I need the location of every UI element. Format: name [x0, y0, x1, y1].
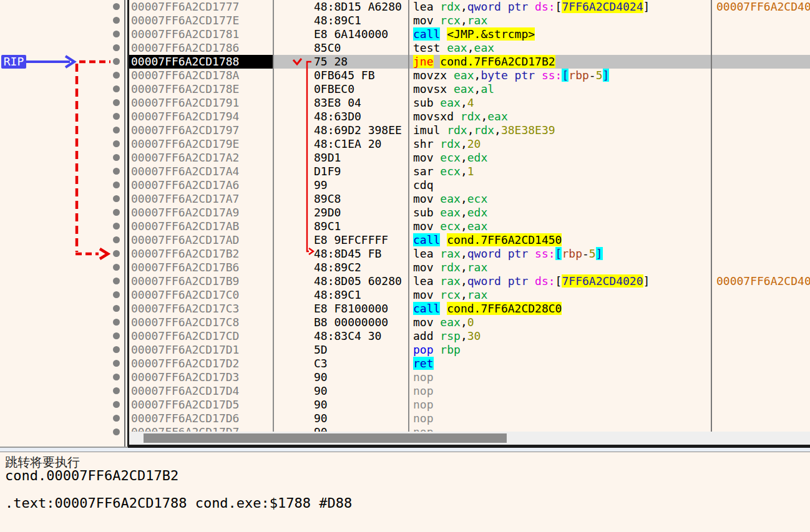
- disasm-row[interactable]: 00007FF6A2CD179183E8 04sub eax,4: [0, 96, 810, 110]
- breakpoint-dot[interactable]: [113, 85, 120, 92]
- instruction-token: rdx: [474, 123, 495, 137]
- disasm-row[interactable]: 00007FF6A2CD179E48:C1EA 20shr rdx,20: [0, 137, 810, 151]
- address-column-separator[interactable]: [273, 0, 274, 432]
- address-cell: 00007FF6A2CD17D6: [131, 412, 239, 425]
- instruction-token: ,: [461, 165, 467, 178]
- disasm-row[interactable]: 00007FF6A2CD17A289D1mov ecx,edx: [0, 151, 810, 165]
- instruction-token: 7FF6A2CD4020: [562, 274, 643, 288]
- disasm-row[interactable]: 00007FF6A2CD17A699cdq: [0, 178, 810, 192]
- disasm-row[interactable]: 00007FF6A2CD178875 28jne cond.7FF6A2CD17…: [0, 55, 810, 69]
- instruction-cell: imul rdx,rdx,38E38E39: [413, 123, 555, 137]
- breakpoint-dot[interactable]: [113, 127, 120, 133]
- breakpoint-dot[interactable]: [113, 319, 120, 326]
- bytes-cell: 0FB645 FB: [314, 69, 375, 82]
- breakpoint-dot[interactable]: [113, 278, 120, 284]
- instruction-cell: movzx eax,byte ptr ss:[rbp-5]: [413, 69, 609, 82]
- instruction-token: eax: [447, 41, 467, 54]
- disasm-row[interactable]: 00007FF6A2CD17B248:8D45 FBlea rax,qword …: [0, 247, 810, 261]
- instruction-token: ,: [461, 329, 467, 342]
- disasm-row[interactable]: 00007FF6A2CD17CD48:83C4 30add rsp,30: [0, 329, 810, 343]
- disasm-row[interactable]: 00007FF6A2CD17D2C3ret: [0, 357, 810, 370]
- breakpoint-dot[interactable]: [113, 44, 120, 51]
- breakpoint-dot[interactable]: [113, 374, 120, 380]
- instruction-token: nop: [413, 412, 434, 425]
- disasm-row[interactable]: 00007FF6A2CD17D15Dpop rbp: [0, 343, 810, 357]
- instruction-cell: add rsp,30: [413, 329, 481, 343]
- instruction-cell: call cond.7FF6A2CD1450: [413, 233, 562, 247]
- disasm-row[interactable]: 00007FF6A2CD17A4D1F9sar ecx,1: [0, 165, 810, 178]
- breakpoint-dot[interactable]: [113, 401, 120, 408]
- breakpoint-dot[interactable]: [113, 31, 120, 37]
- disasm-row[interactable]: 00007FF6A2CD17A789C8mov eax,ecx: [0, 192, 810, 206]
- breakpoint-dot[interactable]: [113, 387, 120, 394]
- disasm-row[interactable]: 00007FF6A2CD17D590nop: [0, 398, 810, 412]
- instruction-token: mov: [413, 151, 440, 164]
- comment-cell: 00007FF6A2CD40: [716, 274, 810, 288]
- disasm-row[interactable]: 00007FF6A2CD179748:69D2 398EEimul rdx,rd…: [0, 123, 810, 137]
- disasm-row[interactable]: 00007FF6A2CD17D690nop: [0, 412, 810, 425]
- breakpoint-dot[interactable]: [113, 332, 120, 339]
- comment-column-separator[interactable]: [711, 0, 712, 432]
- bytes-cell: 29D0: [314, 206, 341, 220]
- address-cell: 00007FF6A2CD1786: [131, 41, 239, 55]
- instruction-token: ,: [461, 247, 467, 260]
- disasm-row[interactable]: 00007FF6A2CD178E0FBEC0movsx eax,al: [0, 82, 810, 96]
- breakpoint-dot[interactable]: [113, 360, 120, 367]
- disasm-row[interactable]: 00007FF6A2CD17B648:89C2mov rdx,rax: [0, 261, 810, 274]
- disasm-row[interactable]: 00007FF6A2CD17D390nop: [0, 370, 810, 384]
- disasm-row[interactable]: 00007FF6A2CD17ADE8 9EFCFFFFcall cond.7FF…: [0, 233, 810, 247]
- horizontal-scrollbar[interactable]: [129, 432, 810, 445]
- breakpoint-dot[interactable]: [113, 17, 120, 24]
- disasm-row[interactable]: 00007FF6A2CD177E48:89C1mov rcx,rax: [0, 14, 810, 27]
- breakpoint-dot[interactable]: [113, 415, 120, 422]
- instruction-token: imul: [413, 123, 447, 137]
- instruction-token: ecx: [467, 192, 488, 205]
- address-cell: 00007FF6A2CD178E: [131, 82, 239, 96]
- disasm-row[interactable]: 00007FF6A2CD17B948:8D05 60280lea rax,qwo…: [0, 274, 810, 288]
- disasm-row[interactable]: 00007FF6A2CD178A0FB645 FBmovzx eax,byte …: [0, 69, 810, 82]
- breakpoint-dot[interactable]: [113, 154, 120, 161]
- bytes-cell: 48:8D15 A6280: [314, 0, 402, 14]
- breakpoint-dot[interactable]: [113, 291, 120, 298]
- breakpoint-dot[interactable]: [113, 209, 120, 216]
- breakpoint-dot[interactable]: [113, 236, 120, 243]
- address-cell: 00007FF6A2CD17A4: [131, 165, 239, 178]
- bytes-cell: B8 00000000: [314, 316, 388, 329]
- breakpoint-dot[interactable]: [113, 195, 120, 202]
- disasm-row[interactable]: 00007FF6A2CD17AB89C1mov ecx,eax: [0, 220, 810, 233]
- disasm-row[interactable]: 00007FF6A2CD178685C0test eax,eax: [0, 41, 810, 55]
- disasm-row[interactable]: 00007FF6A2CD17A929D0sub eax,edx: [0, 206, 810, 220]
- instruction-token: ]: [596, 247, 603, 260]
- breakpoint-dot[interactable]: [113, 58, 120, 65]
- disasm-row[interactable]: 00007FF6A2CD1781E8 6A140000call <JMP.&st…: [0, 27, 810, 41]
- instruction-token: [440, 302, 447, 315]
- breakpoint-dot[interactable]: [113, 250, 120, 257]
- disasm-row[interactable]: 00007FF6A2CD17D490nop: [0, 384, 810, 398]
- breakpoint-dot[interactable]: [113, 3, 120, 10]
- breakpoint-dot[interactable]: [113, 113, 120, 120]
- breakpoint-dot[interactable]: [113, 428, 120, 435]
- instruction-cell: call cond.7FF6A2CD28C0: [413, 302, 562, 316]
- breakpoint-dot[interactable]: [113, 346, 120, 353]
- address-cell: 00007FF6A2CD17A2: [131, 151, 239, 165]
- breakpoint-dot[interactable]: [113, 181, 120, 188]
- breakpoint-dot[interactable]: [113, 305, 120, 312]
- bytes-column-separator[interactable]: [408, 0, 409, 432]
- instruction-token: [440, 233, 447, 246]
- breakpoint-dot[interactable]: [113, 99, 120, 106]
- instruction-token: [434, 55, 441, 68]
- disasm-row[interactable]: 00007FF6A2CD179448:63D0movsxd rdx,eax: [0, 110, 810, 123]
- address-cell: 00007FF6A2CD17D4: [131, 384, 239, 398]
- breakpoint-dot[interactable]: [113, 264, 120, 271]
- instruction-token: ]: [643, 0, 650, 13]
- breakpoint-dot[interactable]: [113, 140, 120, 147]
- disasm-row[interactable]: 00007FF6A2CD177748:8D15 A6280lea rdx,qwo…: [0, 0, 810, 14]
- instruction-token: ,: [461, 316, 467, 329]
- horizontal-scrollbar-thumb[interactable]: [144, 433, 507, 443]
- breakpoint-dot[interactable]: [113, 223, 120, 230]
- disasm-row[interactable]: 00007FF6A2CD17C048:89C1mov rcx,rax: [0, 288, 810, 302]
- breakpoint-dot[interactable]: [113, 72, 120, 79]
- breakpoint-dot[interactable]: [113, 168, 120, 175]
- disasm-row[interactable]: 00007FF6A2CD17C8B8 00000000mov eax,0: [0, 316, 810, 329]
- disasm-row[interactable]: 00007FF6A2CD17C3E8 F8100000call cond.7FF…: [0, 302, 810, 316]
